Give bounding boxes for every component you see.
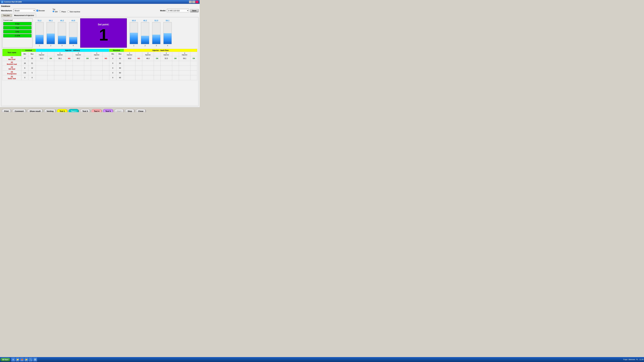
show-result-button[interactable]: Show result (27, 109, 43, 112)
bar-label-1: 1 (39, 45, 40, 47)
status-cell (190, 66, 197, 71)
table-cell (179, 71, 190, 75)
right-bar-col-1: 60.8 1 (129, 19, 138, 47)
status-cell (102, 61, 109, 66)
right-bar-outer-2 (141, 22, 149, 44)
status-cell (172, 61, 179, 66)
table-cell (36, 71, 48, 75)
col-back1: 1Injector (124, 52, 135, 56)
table-cell: 59.1 (179, 56, 190, 61)
col-nominal-backflow: Nominal (109, 49, 124, 52)
venting-button[interactable]: Venting (44, 109, 56, 112)
booster-checkbox[interactable] (36, 10, 38, 11)
right-bar-label-2: 2 (145, 45, 146, 47)
status-cell: OK (154, 56, 160, 61)
tab-measurement[interactable]: Measurement of injectors (12, 14, 36, 17)
status-cell (154, 71, 160, 75)
right-bar-value-2: 48.2 (143, 19, 147, 22)
close-button-toolbar[interactable]: Close (136, 109, 146, 112)
test-name-cell: [3]Idle load (2, 66, 22, 71)
table-cell (72, 75, 84, 80)
test5-button[interactable]: Test 5 (103, 109, 113, 112)
col-back2: 2Injector (142, 52, 154, 56)
status-cell: OK (84, 56, 91, 61)
table-cell: 48.2 (142, 56, 154, 61)
test2-button[interactable]: Test 2 (68, 109, 79, 112)
table-cell (124, 71, 135, 75)
test-name-cell: [1]Max.load (2, 56, 22, 61)
status-cell (48, 61, 54, 66)
table-cell: 60 (116, 71, 124, 75)
top-area: Manufacture: Bosch Booster Typ EM Piezo … (1, 8, 198, 13)
current-read-box: Current read 0 bar 0 µs 0 Hz 0 STR (2, 18, 32, 48)
table-cell (124, 66, 135, 71)
bar-outer-3 (58, 22, 66, 44)
table-cell: 0 (109, 71, 116, 75)
status-cell (66, 61, 73, 66)
status-cell (48, 66, 54, 71)
comment-button[interactable]: Comment (12, 109, 26, 112)
col-back4: 4Injector (179, 52, 190, 56)
table-cell (179, 75, 190, 80)
right-bar-label-4: 4 (167, 45, 168, 47)
bar-outer-2 (46, 22, 55, 44)
col-back1-status (135, 52, 142, 56)
minimize-button[interactable]: ─ (189, 0, 192, 3)
status-cell (135, 71, 142, 75)
col-max: Max (28, 52, 36, 56)
model-label: Model: (160, 9, 166, 12)
col-back2-status (154, 52, 160, 56)
tab-test-plan[interactable]: Test plan (1, 14, 12, 17)
table-cell (160, 75, 172, 80)
bar-value-4: 44.9 (71, 19, 75, 22)
test3-button[interactable]: Test 3 (80, 109, 90, 112)
bar-col-4: 44.9 4 (68, 19, 78, 47)
col-back3: 3Injector (160, 52, 172, 56)
right-bar-outer-1 (130, 22, 138, 44)
start-button[interactable]: Start (114, 109, 124, 112)
save-button[interactable]: Save (190, 9, 198, 12)
test-name-cell: [5]Static leak (2, 75, 22, 80)
status-cell: OK (190, 56, 197, 61)
bar-label-4: 4 (73, 45, 74, 47)
title-bar: 🔧 Common Rail CR-2000 ─ □ ✕ (0, 0, 200, 4)
col-back3-status (172, 52, 179, 56)
current-read-str: 0 STR (3, 34, 32, 37)
test1-button[interactable]: Test 1 (57, 109, 67, 112)
print-button[interactable]: Print (2, 109, 11, 112)
manufacture-select[interactable]: Bosch (14, 9, 35, 12)
table-cell (142, 61, 154, 66)
main-window: Database Manufacture: Bosch Booster Typ … (0, 4, 200, 107)
close-button[interactable]: ✕ (196, 0, 198, 3)
table-cell: 16 (22, 61, 28, 66)
status-cell (84, 61, 91, 66)
table-cell: 60 (116, 66, 124, 71)
table-cell: 0 (109, 61, 116, 66)
bar-outer-4 (69, 22, 77, 44)
test4-button[interactable]: Test 4 (92, 109, 102, 112)
table-cell: 12 (28, 66, 36, 71)
status-cell (135, 61, 142, 66)
table-cell (54, 61, 66, 66)
typ-em-option[interactable]: EM (52, 10, 58, 13)
col-inj3-status (84, 52, 91, 56)
right-bar-fill-2 (141, 36, 149, 44)
table-cell (54, 71, 66, 75)
test-name-cell: [2]Medium load (2, 61, 22, 66)
col-inj3: 3Injector (72, 52, 84, 56)
table-cell: 52.5 (160, 56, 172, 61)
typ-slotmachine-option[interactable]: Slot machine (68, 10, 80, 13)
bar-fill-1 (36, 35, 44, 44)
typ-piezo-option[interactable]: Piezo (59, 10, 66, 13)
model-select[interactable]: 0 445 110 010 (167, 9, 189, 12)
current-read-title: Current read (3, 19, 32, 21)
col-min: Min (22, 52, 28, 56)
status-cell (190, 71, 197, 75)
col-inj4: 4Injector (91, 52, 102, 56)
maximize-button[interactable]: □ (192, 0, 195, 3)
typ-label: Typ (52, 8, 80, 10)
right-bar-col-3: 52.5 3 (152, 19, 161, 47)
table-cell (72, 66, 84, 71)
stop-button[interactable]: Stop (125, 109, 135, 112)
status-cell: NG (135, 56, 142, 61)
